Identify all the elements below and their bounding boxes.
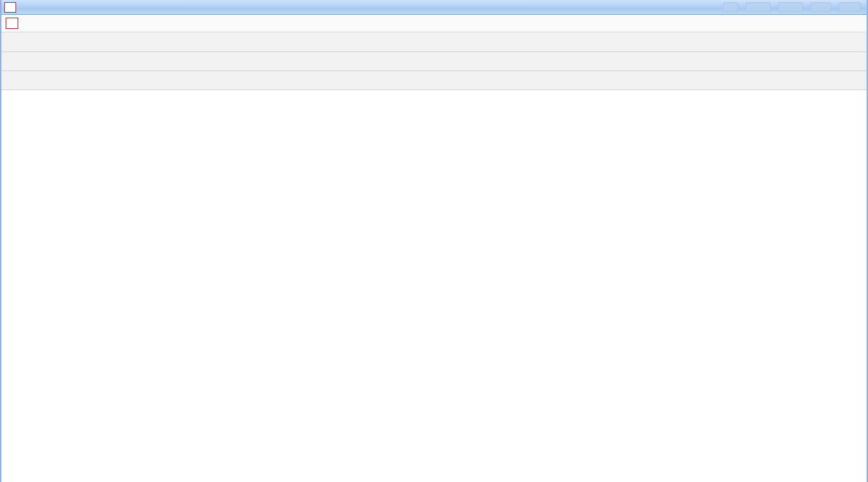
- drawing-toolbar: [1, 71, 867, 90]
- menu-bar: [1, 15, 867, 32]
- nav-forward-button[interactable]: [746, 2, 771, 12]
- chart-region[interactable]: [1, 90, 868, 482]
- window-controls: [723, 2, 861, 12]
- app-logo-icon: [4, 2, 16, 13]
- maximize-button[interactable]: [810, 2, 831, 12]
- close-button[interactable]: [838, 2, 861, 12]
- nav-back-button[interactable]: [723, 2, 738, 12]
- main-toolbar: [1, 32, 867, 52]
- app-window: [0, 0, 868, 482]
- title-bar: [1, 0, 867, 15]
- menu-logo-icon: [6, 18, 18, 29]
- icon-toolbar: [1, 52, 867, 71]
- minimize-button[interactable]: [778, 2, 803, 12]
- kline-chart-canvas[interactable]: [1, 90, 868, 482]
